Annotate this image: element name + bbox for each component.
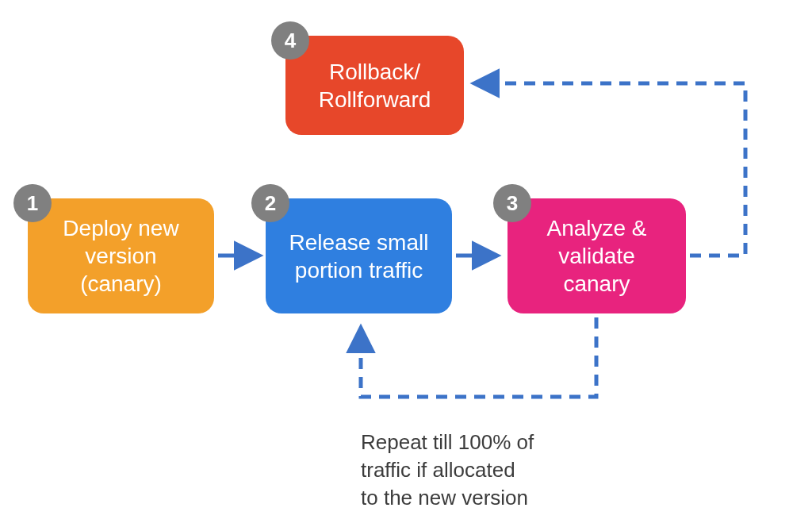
step-badge-4: 4 xyxy=(271,21,309,60)
step-badge-3: 3 xyxy=(493,184,531,222)
step-label: Release smallportion traffic xyxy=(289,229,429,284)
step-box-release: Release smallportion traffic xyxy=(266,198,452,313)
step-number: 3 xyxy=(507,191,518,216)
caption-text: Repeat till 100% oftraffic if allocatedt… xyxy=(361,430,534,510)
arrow-loop-analyze-to-release xyxy=(361,317,596,397)
step-box-deploy: Deploy newversion(canary) xyxy=(28,198,214,313)
step-label: Deploy newversion(canary) xyxy=(63,214,178,298)
step-number: 1 xyxy=(27,191,38,216)
step-label: Rollback/Rollforward xyxy=(319,58,431,113)
step-number: 4 xyxy=(285,29,296,53)
step-badge-2: 2 xyxy=(251,184,289,222)
step-box-analyze: Analyze &validatecanary xyxy=(508,198,686,313)
loop-caption: Repeat till 100% oftraffic if allocatedt… xyxy=(361,429,630,512)
diagram-canvas: Deploy newversion(canary) 1 Release smal… xyxy=(0,0,812,523)
step-box-rollback: Rollback/Rollforward xyxy=(285,36,464,135)
step-number: 2 xyxy=(265,191,276,216)
step-badge-1: 1 xyxy=(13,184,52,222)
step-label: Analyze &validatecanary xyxy=(546,214,646,298)
